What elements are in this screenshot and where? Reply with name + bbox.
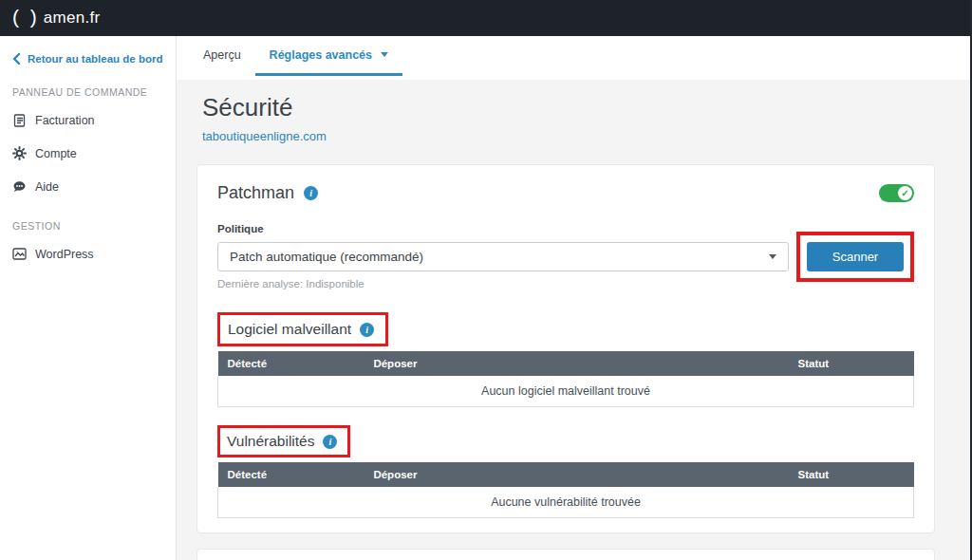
invoice-icon [12, 113, 27, 127]
chat-icon [12, 179, 27, 194]
column-header: Statut [789, 351, 914, 376]
column-header: Détecté [218, 462, 364, 487]
page-title: Sécurité [202, 93, 935, 122]
policy-selected-value: Patch automatique (recommandé) [230, 250, 769, 264]
main-area: Sécurité taboutiqueenligne.com Patchman … [177, 80, 972, 560]
gear-icon [12, 146, 27, 160]
column-header: Statut [789, 462, 914, 487]
back-to-dashboard-link[interactable]: Retour au tableau de bord [12, 53, 164, 65]
column-header: Détecté [218, 351, 364, 376]
table-row: Aucune vulnérabilité trouvée [218, 487, 914, 518]
tab-reglages-avances[interactable]: Réglages avancés [255, 36, 402, 76]
sidebar-item-aide[interactable]: Aide [12, 179, 164, 194]
sidebar-item-label: Compte [35, 147, 77, 160]
sidebar-section-panneau: PANNEAU DE COMMANDE [12, 86, 164, 98]
malware-table: Détecté Déposer Statut Aucun logiciel ma… [217, 351, 914, 407]
annotation-box-malware: Logiciel malveillant i [217, 312, 388, 346]
column-header: Déposer [364, 462, 788, 487]
next-card-partial [196, 549, 935, 560]
domain-link[interactable]: taboutiqueenligne.com [202, 129, 327, 143]
info-icon[interactable]: i [304, 186, 318, 200]
toggle-check-icon: ✓ [898, 186, 912, 200]
chevron-down-icon [381, 52, 388, 57]
tab-label: Aperçu [203, 48, 241, 62]
topbar: ( ) amen.fr [0, 0, 972, 36]
empty-message: Aucun logiciel malveillant trouvé [218, 376, 914, 407]
vulnerabilities-table: Détecté Déposer Statut Aucune vulnérabil… [217, 462, 914, 518]
back-link-label: Retour au tableau de bord [28, 53, 163, 65]
column-header: Déposer [364, 351, 788, 376]
scanner-button[interactable]: Scanner [807, 242, 904, 271]
table-row: Aucun logiciel malveillant trouvé [218, 376, 914, 407]
sidebar-item-wordpress[interactable]: WordPress [12, 247, 164, 261]
info-icon[interactable]: i [360, 323, 374, 337]
chevron-left-icon [12, 53, 21, 65]
sidebar-item-compte[interactable]: Compte [12, 146, 164, 160]
amen-logo[interactable]: ( ) amen.fr [12, 7, 101, 29]
vulnerabilities-section-title: Vulnérabilités [227, 433, 314, 450]
select-caret-icon [769, 254, 776, 259]
patchman-toggle[interactable]: ✓ [879, 184, 914, 202]
annotation-box-vulnerabilities: Vulnérabilités i [217, 425, 350, 457]
policy-select[interactable]: Patch automatique (recommandé) [217, 242, 789, 271]
sidebar: Retour au tableau de bord PANNEAU DE COM… [0, 36, 177, 560]
amen-logo-text: amen.fr [44, 9, 101, 28]
sidebar-item-label: Aide [35, 180, 59, 194]
patchman-card: Patchman i ✓ Politique Patch automatique… [196, 164, 935, 533]
amen-logo-mark-icon: ( ) [12, 6, 40, 28]
sidebar-section-gestion: GESTION [12, 220, 164, 232]
malware-section-title: Logiciel malveillant [228, 321, 351, 338]
sidebar-item-facturation[interactable]: Facturation [12, 113, 164, 127]
patchman-title: Patchman [217, 183, 294, 203]
tab-apercu[interactable]: Aperçu [189, 36, 255, 76]
empty-message: Aucune vulnérabilité trouvée [218, 487, 914, 518]
tabbar: Aperçu Réglages avancés [177, 36, 972, 80]
sidebar-item-label: WordPress [35, 248, 94, 261]
tab-label: Réglages avancés [270, 48, 372, 62]
info-icon[interactable]: i [323, 435, 337, 449]
image-icon [12, 247, 27, 261]
sidebar-item-label: Facturation [35, 114, 95, 127]
annotation-box-scanner: Scanner [796, 232, 914, 282]
